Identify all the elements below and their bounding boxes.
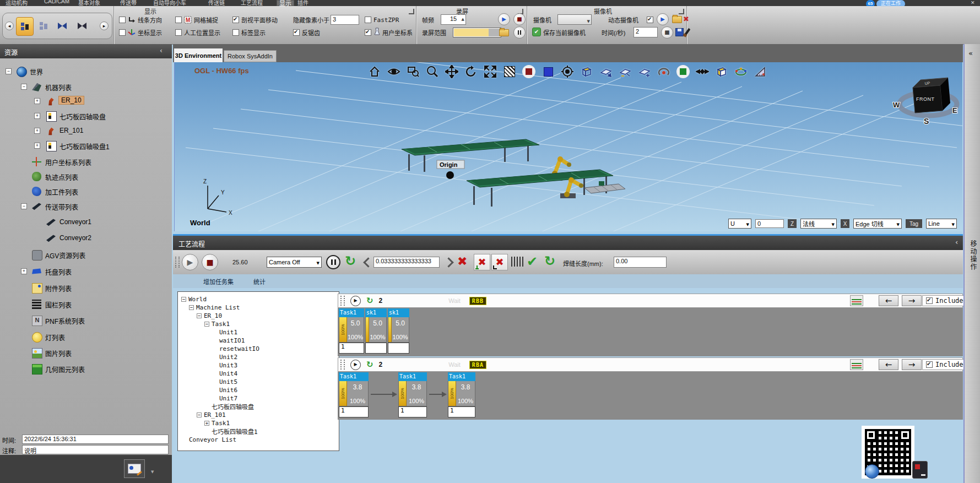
viewport-3d[interactable]: Origin Z Y X World FRONT UP W E S xyxy=(174,62,962,231)
ptree-unit1[interactable]: Unit1 xyxy=(219,328,237,336)
home-icon[interactable] xyxy=(367,64,382,79)
add-taskset-link[interactable]: 增加任务集 xyxy=(203,277,234,286)
group-badge[interactable]: RBB xyxy=(469,297,486,305)
time-input[interactable]: 2022/6/24 15:36:31 xyxy=(22,435,169,444)
pause-button[interactable] xyxy=(326,255,340,269)
origin-marker[interactable]: Origin xyxy=(437,160,464,179)
expand-dock-icon[interactable] xyxy=(968,50,973,57)
tree-item-gripper[interactable]: +七巧板四轴吸盘 xyxy=(0,110,172,123)
edge-select[interactable]: Edge 切线 xyxy=(853,219,902,229)
menu-motion[interactable]: 运动机构 xyxy=(6,0,28,6)
drag-handle[interactable] xyxy=(175,257,180,268)
expand-toggle[interactable]: + xyxy=(34,128,40,134)
play-button[interactable] xyxy=(182,254,198,270)
delete-icon[interactable] xyxy=(457,256,467,268)
collapse-panel-icon[interactable] xyxy=(160,47,163,54)
camera-orbit-icon[interactable] xyxy=(734,64,748,79)
camera-time-input[interactable]: 2 xyxy=(634,27,658,37)
move-operation-tab[interactable]: 移动操作 xyxy=(968,240,978,271)
ptree-task1[interactable]: −Task1 xyxy=(204,320,230,328)
stop-button[interactable] xyxy=(202,254,218,270)
expand-toggle[interactable]: + xyxy=(34,98,40,104)
overlay-close-icon[interactable]: ✕ xyxy=(971,0,975,6)
menu-conveyor[interactable]: 传送带 xyxy=(120,0,137,6)
fit-icon[interactable] xyxy=(483,64,497,79)
tree-item-user-frames[interactable]: 用户坐标系列表 xyxy=(0,155,172,169)
ptree-unit5[interactable]: Unit5 xyxy=(219,378,237,386)
tree-item-images[interactable]: 图片列表 xyxy=(0,346,172,360)
ptree-resetwaitio[interactable]: resetwaitIO xyxy=(219,345,259,352)
conveyor1-model[interactable] xyxy=(402,139,539,172)
camera-stop-button[interactable] xyxy=(661,26,673,39)
tree-item-pnf[interactable]: PNF系统列表 xyxy=(0,314,172,327)
collapse-toggle[interactable]: − xyxy=(197,413,202,417)
tree-item-lamps[interactable]: 灯列表 xyxy=(0,330,172,344)
brush-icon[interactable] xyxy=(685,28,691,35)
cube-south-label[interactable]: S xyxy=(924,117,929,126)
task-column[interactable]: Task1 100%5.0100% 1 xyxy=(339,308,364,354)
refresh-icon[interactable] xyxy=(544,254,555,268)
task-column[interactable]: sk1 5.0100% xyxy=(388,308,409,354)
clip-plane-3-icon[interactable] xyxy=(637,64,652,79)
dropdown-arrow-icon[interactable] xyxy=(151,466,154,475)
tree-item-er101[interactable]: +ER_101 xyxy=(0,124,172,138)
step-input[interactable]: 0.033333333333333 xyxy=(373,257,440,268)
delete-task-button[interactable] xyxy=(474,254,490,270)
collapse-toggle[interactable]: − xyxy=(204,322,209,327)
center-target-icon[interactable] xyxy=(560,64,575,79)
ptree-conveyor-list[interactable]: Conveyor List xyxy=(189,436,236,443)
group-badge[interactable]: RBA xyxy=(469,361,486,369)
clip-plane-2-icon[interactable] xyxy=(618,64,632,79)
display-group-launcher-icon[interactable] xyxy=(409,9,414,14)
zoom-window-icon[interactable] xyxy=(406,64,420,79)
clip-plane-1-icon[interactable] xyxy=(599,64,613,79)
ptree-world[interactable]: −World xyxy=(181,295,207,303)
tree-item-machine-list[interactable]: −机器列表 xyxy=(0,80,172,94)
globe-overlay-icon[interactable] xyxy=(865,464,879,479)
note-input[interactable]: 说明 xyxy=(22,445,169,454)
tree-item-gripper1[interactable]: +七巧板四轴吸盘1 xyxy=(0,139,172,153)
menu-plugin[interactable]: 插件 xyxy=(297,0,308,6)
expand-toggle[interactable]: + xyxy=(34,113,40,119)
box-icon[interactable] xyxy=(580,64,594,79)
menu-objects[interactable]: 基本对象 xyxy=(78,0,100,6)
ptree-er10[interactable]: −ER_10 xyxy=(197,312,222,319)
robot2-model[interactable] xyxy=(560,177,583,198)
measure-icon[interactable] xyxy=(695,64,710,79)
section-blue-icon[interactable] xyxy=(541,64,555,79)
box-faces-icon[interactable] xyxy=(714,64,729,79)
shift-left-button[interactable] xyxy=(879,359,898,370)
collapse-process-icon[interactable] xyxy=(955,238,958,246)
shift-right-button[interactable] xyxy=(902,359,922,370)
tree-item-workpieces[interactable]: 加工件列表 xyxy=(0,185,172,198)
camera-mode-select[interactable]: Camera Off xyxy=(267,257,322,268)
row-refresh-icon[interactable] xyxy=(366,297,373,305)
tree-item-conveyors[interactable]: −传送带列表 xyxy=(0,200,172,213)
tab-3d-environment[interactable]: 3D Environment xyxy=(174,48,223,62)
collapse-toggle[interactable]: − xyxy=(21,84,27,90)
ptree-task1b[interactable]: +Task1 xyxy=(204,419,230,427)
expand-toggle[interactable]: + xyxy=(34,143,40,149)
ptree-unit3[interactable]: Unit3 xyxy=(219,361,237,369)
section-red-icon[interactable] xyxy=(522,64,536,79)
task-block[interactable]: Task1 100%3.8100% 1 xyxy=(339,372,369,417)
shift-right-button[interactable] xyxy=(902,295,922,306)
collapse-toggle[interactable]: − xyxy=(181,297,186,302)
step-forward-icon[interactable] xyxy=(443,257,453,267)
camera-delete-icon[interactable] xyxy=(683,15,689,23)
cube-up-label[interactable]: UP xyxy=(924,81,930,85)
loop-icon[interactable] xyxy=(345,254,356,268)
step-back-icon[interactable] xyxy=(363,257,373,267)
ptree-gripper[interactable]: 七巧板四轴吸盘 xyxy=(212,403,254,410)
collapse-toggle[interactable]: − xyxy=(189,305,194,310)
u-select[interactable]: U xyxy=(728,219,751,229)
camera-play-button[interactable] xyxy=(657,13,669,25)
tree-item-agv[interactable]: AGV资源列表 xyxy=(0,248,172,262)
annotation-button[interactable] xyxy=(124,459,145,478)
ptree-machine-list[interactable]: −Machine List xyxy=(189,303,240,311)
tree-item-conveyor1[interactable]: Conveyor1 xyxy=(0,216,172,229)
drag-handle[interactable] xyxy=(340,296,345,306)
expand-toggle[interactable]: + xyxy=(21,268,27,274)
confirm-icon[interactable] xyxy=(527,255,538,268)
menu-process[interactable]: 工艺流程 xyxy=(241,0,263,6)
